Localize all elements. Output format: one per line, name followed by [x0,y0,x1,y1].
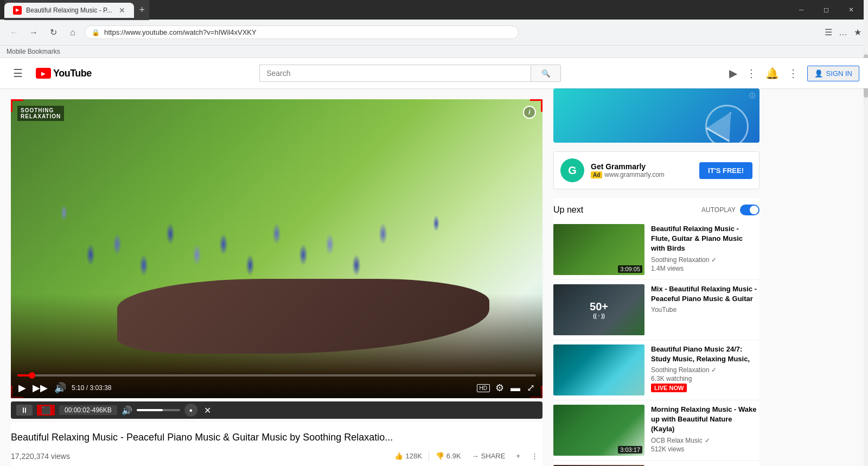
window-controls: ─ ◻ ✕ [789,2,864,17]
close-tab-button[interactable]: ✕ [119,6,125,15]
view-count: 17,220,374 views [11,452,70,461]
video-meta-row: 17,220,374 views 👍 128K 👎 6.9K → SHARE [11,449,542,466]
time-display: 5:10 / 3:03:38 [72,384,111,392]
media-overlay-bar: ⏸ ⬛ 00:00:02-496KB 🔊 ● ✕ [11,401,542,419]
video-player[interactable]: SOOTHINGRELAXATION i ▶ ▶▶ 🔊 5:10 [11,99,542,398]
close-window-button[interactable]: ✕ [839,2,864,17]
sign-in-button[interactable]: 👤 SIGN IN [807,66,859,81]
back-button[interactable]: ← [7,25,22,40]
video-list-channel: OCB Relax Music ✓ [651,437,757,444]
grammarly-title: Get Grammarly [591,162,693,171]
minimize-button[interactable]: ─ [789,2,814,17]
video-list-info: Beautiful Relaxing Music - Flute, Guitar… [649,224,760,275]
video-info-section: Beautiful Relaxing Music - Peaceful Pian… [11,422,542,466]
video-thumbnail: 3:09:05 [553,224,644,275]
apps-icon[interactable]: ⋮ [746,67,757,80]
yt-icon[interactable]: ☰ [825,27,832,37]
grammarly-logo: G [560,158,584,182]
create-video-icon[interactable]: ▶ [729,67,737,80]
address-bar[interactable]: 🔒 [85,25,519,39]
add-to-playlist-button[interactable]: + [512,449,525,463]
youtube-logo[interactable]: YouTube [36,68,92,79]
list-item[interactable]: Beautiful Piano Music 24/7: Study Music,… [553,340,760,400]
autoplay-toggle[interactable] [740,205,760,215]
browser-titlebar: ▶ Beautiful Relaxing Music - P... ✕ + ─ … [0,0,868,20]
notifications-icon[interactable]: 🔔 [765,67,779,80]
share-button[interactable]: → SHARE [468,449,510,463]
list-item[interactable]: 3:03:17 Morning Relaxing Music - Wake up… [553,400,760,461]
video-container[interactable]: SOOTHINGRELAXATION i ▶ ▶▶ 🔊 5:10 [11,99,542,398]
main-content: SOOTHINGRELAXATION i ▶ ▶▶ 🔊 5:10 [0,88,868,466]
media-stop-button[interactable]: ⬛ [37,405,55,416]
video-list-info: Mix - Beautiful Relaxing Music - Peacefu… [649,284,760,335]
media-close-button[interactable]: ✕ [204,405,211,416]
thumbs-up-icon: 👍 [394,452,403,460]
video-duration: 3:09:05 [618,265,642,273]
ad-info-icon[interactable]: ⓘ [749,92,755,100]
grammarly-ad: G Get Grammarly Ad www.grammarly.com IT'… [553,151,760,189]
share-icon: → [472,452,479,460]
tab-favicon: ▶ [13,6,22,15]
reload-button[interactable]: ↻ [46,25,61,40]
list-item[interactable]: Relaxing Guitar Music, Calming Music, Re… [553,461,760,466]
maximize-button[interactable]: ◻ [814,2,839,17]
youtube-logo-icon [36,68,51,79]
list-item[interactable]: 50+ (( · )) Mix - Beautiful Relaxing Mus… [553,280,760,340]
progress-dot [29,372,35,379]
action-divider [429,451,429,462]
video-list-title: Morning Relaxing Music - Wake up with Be… [651,405,757,435]
right-sidebar: ⓘ G Get Grammarly Ad www.grammarly.com I… [553,88,770,466]
media-avatar: ● [184,404,197,417]
url-input[interactable] [104,28,512,36]
video-duration: 3:03:17 [618,446,642,454]
extensions-icon[interactable]: … [839,28,847,37]
video-thumbnail: 3:03:17 [553,405,644,456]
list-item[interactable]: 3:09:05 Beautiful Relaxing Music - Flute… [553,220,760,280]
youtube-header: ☰ YouTube 🔍 ▶ ⋮ 🔔 ⋮ 👤 SIGN IN [0,58,868,88]
controls-row: ▶ ▶▶ 🔊 5:10 / 3:03:38 HD ⚙ ▬ ⤢ [17,381,536,395]
grammarly-text: Get Grammarly Ad www.grammarly.com [591,162,693,178]
video-list-title: Mix - Beautiful Relaxing Music - Peacefu… [651,284,757,304]
soothing-watermark: SOOTHINGRELAXATION [17,106,64,121]
tab-title: Beautiful Relaxing Music - P... [26,7,112,14]
up-next-title: Up next [553,205,583,215]
autoplay-row: AUTOPLAY [701,205,760,215]
dislike-button[interactable]: 👎 6.9K [431,449,465,463]
volume-button[interactable]: 🔊 [53,381,67,395]
next-button[interactable]: ▶▶ [31,381,49,395]
bookmark-star-icon[interactable]: ★ [854,27,861,37]
like-button[interactable]: 👍 128K [390,449,426,463]
play-button[interactable]: ▶ [17,381,27,395]
video-list-info: Beautiful Piano Music 24/7: Study Music,… [649,344,760,395]
new-tab-button[interactable]: + [135,2,150,18]
forward-button[interactable]: → [26,25,41,40]
fullscreen-button[interactable]: ⤢ [526,381,536,395]
ad-banner[interactable]: ⓘ [553,88,760,143]
grammarly-url: www.grammarly.com [604,171,664,178]
verified-check: ✓ [705,437,710,444]
browser-tab-active[interactable]: ▶ Beautiful Relaxing Music - P... ✕ [4,3,134,18]
person-icon: 👤 [814,69,823,78]
more-options-icon[interactable]: ⋮ [788,67,799,80]
theater-button[interactable]: ▬ [509,381,521,395]
media-volume-icon[interactable]: 🔊 [122,405,132,416]
more-actions-button[interactable]: ⋮ [527,449,542,463]
home-button[interactable]: ⌂ [65,25,80,40]
media-volume-slider[interactable] [137,409,180,411]
autoplay-label: AUTOPLAY [701,206,736,214]
hamburger-menu[interactable]: ☰ [9,62,27,84]
search-input[interactable] [259,65,531,82]
progress-bar[interactable] [17,374,536,376]
video-list-title: Beautiful Relaxing Music - Flute, Guitar… [651,224,757,254]
settings-button[interactable]: ⚙ [494,381,505,395]
up-next-section: Up next AUTOPLAY 3:09:05 Beautiful Relax… [553,198,760,466]
media-pause-button[interactable]: ⏸ [16,405,33,416]
bookmarks-label: Mobile Bookmarks [7,48,60,55]
video-info-button[interactable]: i [523,106,536,119]
right-controls: HD ⚙ ▬ ⤢ [477,381,536,395]
video-main-area: SOOTHINGRELAXATION i ▶ ▶▶ 🔊 5:10 [0,88,553,466]
search-button[interactable]: 🔍 [531,65,561,82]
header-right: ▶ ⋮ 🔔 ⋮ 👤 SIGN IN [729,66,859,81]
grammarly-cta-button[interactable]: IT'S FREE! [699,162,752,179]
ad-label: Ad [591,171,602,178]
